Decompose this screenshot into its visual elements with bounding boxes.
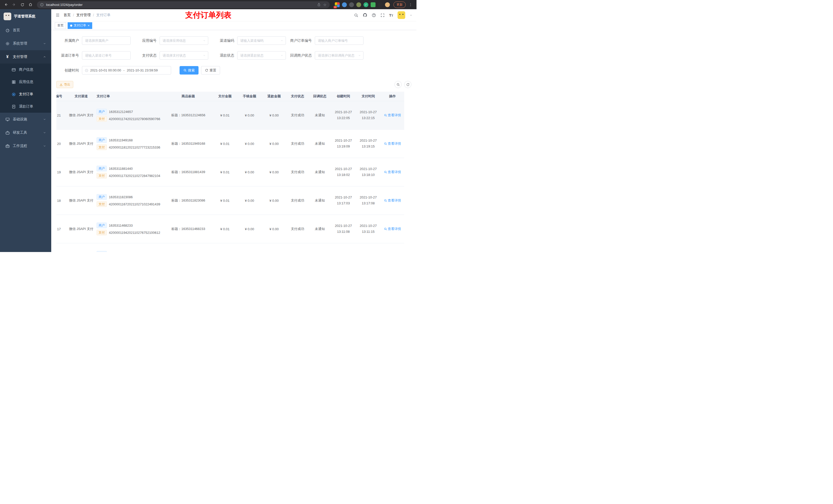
extension-olive-icon[interactable] [356, 2, 361, 7]
toolbar-refresh-button[interactable] [404, 81, 411, 88]
extension-gray-icon[interactable] [349, 2, 354, 7]
filter-label: 回调商户状态 [289, 53, 315, 58]
breadcrumb: 首页 / 支付管理 / 支付订单 [64, 13, 111, 18]
gear-icon [5, 41, 10, 46]
view-detail-link[interactable]: 查看详情 [384, 141, 401, 146]
channel-order-no-input[interactable] [82, 51, 130, 60]
date-range-input[interactable]: 2021-10-01 00:00:00 - 2021-10-31 23:59:5… [82, 66, 171, 74]
fullscreen-icon[interactable] [380, 13, 385, 18]
col-notify-status: 回调状态 [309, 94, 331, 99]
view-detail-link[interactable]: 查看详情 [384, 198, 401, 203]
sidebar-item-system[interactable]: 系统管理 [0, 37, 51, 50]
filter-channel-order-no: 渠道订单号 [56, 51, 130, 60]
order-id: 21 [56, 114, 67, 117]
select-placeholder: 请选择退款状态 [240, 53, 264, 58]
bookmark-star-icon[interactable]: ☆ [323, 3, 327, 7]
breadcrumb-home[interactable]: 首页 [64, 13, 71, 18]
fee-amount: ¥ 0.00 [237, 170, 262, 174]
merchant-order-no-input[interactable] [315, 37, 363, 45]
merchant-tag: 商户 [97, 137, 107, 143]
tab-label: 支付订单 [74, 23, 86, 28]
sidebar-item-infra[interactable]: 基础设施 [0, 113, 51, 126]
dashboard-icon [5, 28, 10, 32]
extension-check-icon[interactable]: ✓ [363, 2, 368, 7]
tab-home[interactable]: 首页 [55, 22, 66, 29]
merchant-input[interactable] [82, 37, 130, 45]
filter-channel-code: 渠道编码 请输入渠道编码 [212, 37, 286, 45]
browser-menu-icon[interactable]: ⋮ [407, 3, 414, 7]
pay-time: 2021-10-2713:17:08 [356, 195, 381, 207]
github-icon[interactable] [363, 13, 367, 18]
toolbar-search-toggle[interactable] [395, 81, 402, 88]
col-pay-time: 支付时间 [356, 94, 381, 99]
filter-label: 商户订单编号 [289, 39, 315, 43]
pay-status-select[interactable]: 请选择支付状态 [160, 51, 208, 60]
breadcrumb-separator: / [93, 13, 94, 17]
col-pay-order: 支付订单 [95, 94, 164, 99]
reload-button[interactable] [19, 1, 26, 8]
tags-view: 首页 支付订单 × [51, 21, 416, 30]
pay-order-no: 4200001173202110272847982104 [109, 174, 160, 178]
tab-pay-order[interactable]: 支付订单 × [68, 22, 92, 29]
chevron-down-icon [358, 54, 361, 57]
sidebar: 芋道管理系统 首页 系统管理 ¥ 支付管理 [0, 9, 51, 252]
forward-button[interactable] [11, 1, 18, 8]
orders-table: 编号 支付渠道 支付订单 商品标题 支付金额 手续金额 退款金额 支付状态 回调… [56, 92, 411, 252]
site-info-icon[interactable] [40, 3, 44, 7]
reset-button[interactable]: 重置 [201, 66, 220, 74]
extension-avatar-icon[interactable] [385, 2, 390, 7]
filter-label: 创建时间 [56, 68, 82, 73]
fee-amount: ¥ 0.00 [237, 142, 262, 146]
merchant-order-no: 1635311881440 [109, 167, 133, 171]
merchant-tag: 商户 [97, 251, 107, 252]
address-bar[interactable]: localhost:1024/pay/order ☆ [37, 1, 330, 8]
breadcrumb-payment[interactable]: 支付管理 [76, 13, 91, 18]
back-button[interactable] [3, 1, 9, 8]
view-detail-link[interactable]: 查看详情 [384, 170, 401, 174]
home-button[interactable] [27, 1, 34, 8]
refund-status-select[interactable]: 请选择退款状态 [237, 51, 286, 60]
extension-blue-icon[interactable] [342, 2, 347, 7]
font-size-icon[interactable]: TT [389, 13, 393, 18]
sidebar-item-workflow[interactable]: 工作流程 [0, 139, 51, 153]
refund-amount: ¥ 0.00 [262, 114, 286, 117]
caret-down-icon[interactable] [410, 14, 412, 17]
app-select[interactable]: 请选择应用信息 [160, 37, 208, 45]
export-button[interactable]: 导出 [56, 81, 73, 88]
notify-status-select[interactable]: 请选择订单回调商户状态 [315, 51, 363, 60]
select-placeholder: 请选择支付状态 [163, 53, 186, 58]
sidebar-collapse-icon[interactable] [55, 13, 60, 17]
notify-status: 未通知 [309, 141, 331, 146]
extension-puzzle-icon[interactable] [378, 2, 383, 7]
extension-blocks-icon[interactable]: 10 [335, 2, 340, 7]
col-pay-status: 支付状态 [286, 94, 309, 99]
sidebar-item-payment[interactable]: ¥ 支付管理 [0, 50, 51, 64]
sidebar-item-home[interactable]: 首页 [0, 24, 51, 37]
chevron-down-icon [43, 144, 46, 147]
extension-chat-icon[interactable] [371, 2, 376, 7]
browser-update-button[interactable]: 更新 [394, 2, 406, 8]
help-icon[interactable] [372, 13, 376, 18]
sidebar-item-devtools[interactable]: 研发工具 [0, 126, 51, 139]
user-avatar[interactable] [398, 11, 405, 19]
search-icon[interactable] [354, 13, 358, 18]
pay-amount: ¥ 0.01 [213, 170, 237, 174]
chevron-down-icon [43, 118, 46, 121]
sidebar-item-merchant-info[interactable]: 商户信息 [0, 64, 51, 76]
view-detail-label: 查看详情 [388, 113, 401, 118]
create-time: 2021-10-2713:18:02 [331, 166, 356, 178]
clock-icon [85, 69, 88, 72]
view-detail-link[interactable]: 查看详情 [384, 226, 401, 231]
close-icon[interactable]: × [88, 24, 90, 27]
pay-order-cell: 商户 1635311949168 支付 42000011812021102777… [95, 136, 164, 152]
pay-channel: 微信 JSAPI 支付 [67, 113, 95, 118]
sidebar-item-refund-order[interactable]: 退款订单 [0, 100, 51, 113]
pay-amount: ¥ 0.01 [213, 114, 237, 117]
channel-code-select[interactable]: 请输入渠道编码 [237, 37, 286, 45]
filter-merchant-order-no: 商户订单编号 [289, 37, 363, 45]
view-detail-link[interactable]: 查看详情 [384, 113, 401, 118]
search-button[interactable]: 搜索 [180, 66, 198, 74]
sidebar-item-pay-order[interactable]: 支付订单 [0, 88, 51, 100]
share-icon[interactable] [317, 3, 321, 6]
sidebar-item-app-info[interactable]: 应用信息 [0, 76, 51, 88]
